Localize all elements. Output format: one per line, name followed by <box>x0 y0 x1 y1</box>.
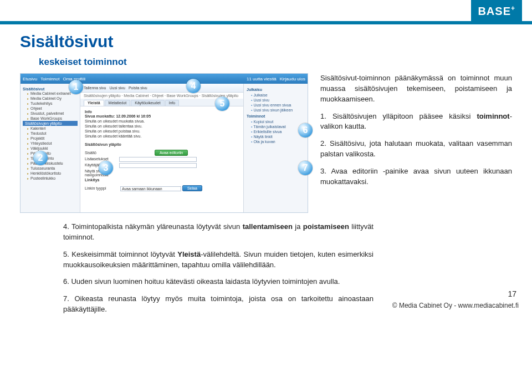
point-6: 6. Uuden sivun luominen hoituu kätevästi… <box>63 277 374 287</box>
right-action[interactable]: Tämän julkaistavat <box>247 124 305 129</box>
info-heading: Info <box>85 110 239 114</box>
callout-7: 7 <box>298 161 313 175</box>
tab-metatiedot[interactable]: Metatiedot <box>105 100 131 106</box>
point-3: 3. Avaa editoriin -painike avaa sivun uu… <box>320 166 512 187</box>
right-heading-actions: Toiminnot <box>247 114 305 118</box>
info-modified: Sivua muokattu: 12.09.2006 kl 16:05 <box>85 114 239 119</box>
tab-yleista[interactable]: Yleistä <box>84 100 104 106</box>
sidebar-item-selected[interactable]: Sisältösivujen ylläpito <box>23 121 78 126</box>
right-action[interactable]: Näytä linkit <box>247 134 305 139</box>
info-right: Sinulla on oikeudet kääntää sivu. <box>85 134 239 139</box>
app-screenshot: Etusivu Toiminnot Oma profiili 11 uutta … <box>20 73 308 213</box>
lower-text: 4. Toimintopalkista näkymän yläreunasta … <box>63 222 374 315</box>
right-heading-publish: Julkaisu <box>247 88 305 91</box>
page-number: 17 <box>508 289 516 298</box>
point-7: 7. Oikeasta reunasta löytyy myös muita t… <box>63 294 374 315</box>
sidebar-item[interactable]: Väkijoukki <box>23 146 78 151</box>
app-right-panel: Julkaisu Julkaise Uusi sivu Uusi sivu en… <box>243 84 308 213</box>
label-sisalto: Sisältö <box>85 151 119 155</box>
sidebar-item[interactable]: Media Cabinet extranet <box>23 91 78 96</box>
info-right: Sinulla on oikeudet tallentaa sivu. <box>85 124 239 129</box>
sidebar-item[interactable]: Ohjeet <box>23 106 78 111</box>
callout-1: 1 <box>69 80 83 94</box>
brand-plus: + <box>511 4 515 12</box>
intro-text: Sisältösivut-toiminnon päänäkymässä on t… <box>320 73 512 105</box>
select-linkin[interactable]: Avaa samaan ikkunaan <box>120 186 181 191</box>
header-strip: BASE+ <box>0 0 532 24</box>
sidebar-item[interactable]: Posteelinlukko <box>23 176 78 181</box>
label-linkit: Linkitys <box>85 177 239 182</box>
sidebar-item[interactable]: Yhteystiedot <box>23 141 78 146</box>
right-action[interactable]: Ota ja kuvan <box>247 139 305 144</box>
sidebar-item[interactable]: Tulosseuranta <box>23 166 78 171</box>
browse-button[interactable]: Selaa <box>182 185 202 191</box>
sidebar-item[interactable]: Projektit <box>23 136 78 141</box>
point-5: 5. Keskeisimmät toiminnot löytyvät Yleis… <box>63 250 374 271</box>
sidebar-item[interactable]: Kalenteri <box>23 126 78 131</box>
info-right: Sinulla on oikeudet muokata sivua. <box>85 119 239 124</box>
info-right: Sinulla on oikeudet poistaa sivu. <box>85 129 239 134</box>
open-editor-button[interactable]: Avaa editoriin <box>155 150 188 156</box>
sidebar-item[interactable]: Media Cabinet Oy <box>23 96 78 101</box>
screenshot-container: Etusivu Toiminnot Oma profiili 11 uutta … <box>20 73 308 213</box>
right-action[interactable]: Kopioi sivut <box>247 119 305 124</box>
delete-button[interactable]: Poista sivu <box>129 86 147 90</box>
app-header: Etusivu Toiminnot Oma profiili 11 uutta … <box>21 74 308 84</box>
point-4: 4. Toimintopalkista näkymän yläreunasta … <box>63 222 374 243</box>
sidebar-item[interactable]: Tiedostot <box>23 131 78 136</box>
nav-messages[interactable]: 11 uutta viestiä <box>247 77 277 82</box>
sidebar-item[interactable]: Sivustot, palvelimet <box>23 111 78 116</box>
sidebar-item[interactable]: Palaute keskustelu <box>23 161 78 166</box>
sidebar-item[interactable]: Henkilöstökortisto <box>23 171 78 176</box>
nav-logout[interactable]: Kirjaudu ulos <box>280 77 305 82</box>
right-action[interactable]: Uusi sivu ennen sivua <box>247 103 305 108</box>
sidebar-item[interactable]: Printtihuolto <box>23 151 78 156</box>
callout-4: 4 <box>186 79 201 93</box>
tab-kayttooikeudet[interactable]: Käyttöoikeudet <box>131 100 164 106</box>
right-action[interactable]: Erikielisille sivua <box>247 129 305 134</box>
sidebar-item[interactable]: Tuotekehitys <box>23 101 78 106</box>
right-action[interactable]: Uusi sivu sivun jälkeen <box>247 108 305 113</box>
sidebar-item[interactable]: Taloushallinto <box>23 156 78 161</box>
page-subtitle: keskeiset toiminnot <box>39 57 512 68</box>
callout-2: 2 <box>33 151 48 165</box>
footer-text: © Media Cabinet Oy - www.mediacabinet.fi <box>392 302 519 309</box>
point-1: 1. Sisältösivujen ylläpitoon pääsee käsi… <box>320 111 512 133</box>
brand-text: BASE <box>478 5 511 17</box>
sidebar-item[interactable]: Base WorkGroups <box>23 116 78 121</box>
nav-home[interactable]: Etusivu <box>23 77 37 82</box>
nav-toiminnot[interactable]: Toiminnot <box>40 77 59 82</box>
page-title: Sisältösivut <box>20 32 512 51</box>
input-lisaa[interactable] <box>119 157 197 162</box>
right-action[interactable]: Julkaise <box>247 93 305 98</box>
form-heading: Sisältösivun yläpito <box>85 142 239 147</box>
label-lisaa: Lisäasetukset <box>85 157 119 161</box>
app-toolbar: Tallenna sivu Uusi sivu Poista sivu <box>80 84 243 93</box>
callout-3: 3 <box>99 161 113 175</box>
input-kayt[interactable] <box>119 163 197 168</box>
right-action[interactable]: Uusi sivu <box>247 98 305 103</box>
callout-5: 5 <box>215 96 229 111</box>
point-2: 2. Sisältösivu, jota halutaan muokata, v… <box>320 139 512 160</box>
save-button[interactable]: Tallenna sivu <box>84 86 106 90</box>
tab-info[interactable]: Info <box>165 100 180 106</box>
label-linkin: Linkin tyyppi <box>85 186 119 190</box>
callout-6: 6 <box>298 123 313 138</box>
new-page-button[interactable]: Uusi sivu <box>109 86 125 90</box>
description-column: Sisältösivut-toiminnon päänäkymässä on t… <box>320 73 512 213</box>
app-sidebar: Sisältösivut Media Cabinet extranet Medi… <box>21 84 80 213</box>
